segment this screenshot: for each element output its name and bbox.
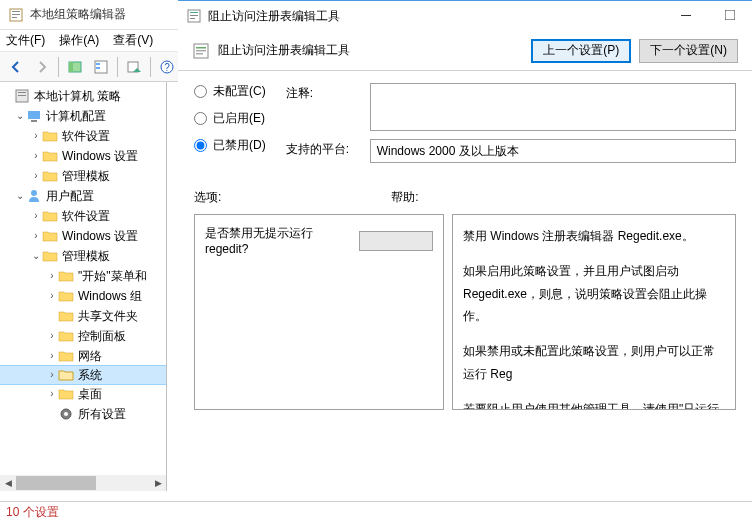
options-label: 选项: (194, 189, 221, 206)
svg-point-19 (64, 412, 68, 416)
dialog-titlebar[interactable]: 阻止访问注册表编辑工具 (178, 1, 752, 31)
tree-h-scrollbar[interactable]: ◀ ▶ (0, 475, 166, 491)
svg-point-17 (31, 190, 37, 196)
policy-root-icon (14, 88, 30, 104)
svg-rect-23 (190, 18, 195, 19)
panel-icon (67, 59, 83, 75)
folder-icon (58, 268, 74, 284)
svg-rect-14 (18, 95, 26, 96)
comment-input[interactable] (370, 83, 736, 131)
scroll-right-icon[interactable]: ▶ (150, 475, 166, 491)
tree-root[interactable]: 本地计算机 策略 (0, 86, 166, 106)
tree-item[interactable]: ›控制面板 (0, 326, 166, 346)
platform-value: Windows 2000 及以上版本 (370, 139, 736, 163)
settings-icon (58, 406, 74, 422)
menu-file[interactable]: 文件(F) (6, 32, 45, 49)
policy-icon (192, 42, 210, 60)
menu-view[interactable]: 查看(V) (113, 32, 153, 49)
svg-rect-3 (12, 17, 17, 18)
svg-rect-2 (12, 14, 20, 15)
svg-rect-24 (681, 15, 691, 16)
svg-rect-21 (190, 12, 198, 13)
svg-rect-25 (725, 10, 735, 20)
svg-rect-13 (18, 92, 26, 93)
back-button[interactable] (4, 55, 28, 79)
radio-enabled[interactable]: 已启用(E) (194, 110, 266, 127)
arrow-right-icon (34, 59, 50, 75)
dialog-header: 阻止访问注册表编辑工具 上一个设置(P) 下一个设置(N) (178, 31, 752, 71)
folder-icon (58, 308, 74, 324)
scroll-left-icon[interactable]: ◀ (0, 475, 16, 491)
tree-item[interactable]: ›软件设置 (0, 206, 166, 226)
folder-icon (58, 348, 74, 364)
user-icon (26, 188, 42, 204)
folder-icon (58, 288, 74, 304)
radio-unset[interactable]: 未配置(C) (194, 83, 266, 100)
scroll-thumb[interactable] (16, 476, 96, 490)
platform-label: 支持的平台: (286, 139, 360, 158)
tree-item[interactable]: ›Windows 设置 (0, 146, 166, 166)
tree-item[interactable]: ›软件设置 (0, 126, 166, 146)
folder-open-icon (58, 367, 74, 383)
option-question: 是否禁用无提示运行 regedit? (205, 225, 349, 256)
tree-item[interactable]: ›Windows 设置 (0, 226, 166, 246)
tree-item[interactable]: ›管理模板 (0, 166, 166, 186)
export-icon (126, 59, 142, 75)
svg-text:?: ? (164, 62, 170, 73)
svg-rect-1 (12, 11, 20, 12)
svg-rect-27 (196, 47, 206, 49)
tree-item-system[interactable]: ›系统 (0, 365, 167, 385)
tree-item[interactable]: 共享文件夹 (0, 306, 166, 326)
policy-icon (186, 8, 202, 24)
svg-rect-7 (96, 63, 100, 65)
tree-item[interactable]: ›Windows 组 (0, 286, 166, 306)
dialog-header-title: 阻止访问注册表编辑工具 (218, 42, 350, 59)
computer-icon (26, 108, 42, 124)
export-button[interactable] (122, 55, 146, 79)
folder-icon (58, 328, 74, 344)
comment-label: 注释: (286, 83, 360, 102)
collapse-icon[interactable]: ⌄ (14, 106, 26, 126)
list-icon (93, 59, 109, 75)
options-panel: 是否禁用无提示运行 regedit? (194, 214, 444, 410)
folder-icon (42, 148, 58, 164)
status-count: 10 个设置 (6, 504, 59, 521)
tree-computer-config[interactable]: ⌄ 计算机配置 (0, 106, 166, 126)
option-dropdown[interactable] (359, 231, 433, 251)
forward-button[interactable] (30, 55, 54, 79)
tree-item[interactable]: ⌄管理模板 (0, 246, 166, 266)
policy-dialog: 阻止访问注册表编辑工具 阻止访问注册表编辑工具 上一个设置(P) 下一个设置(N… (178, 0, 752, 492)
maximize-button[interactable] (708, 1, 752, 29)
help-label: 帮助: (391, 189, 418, 206)
gpedit-icon (8, 7, 24, 23)
folder-icon (42, 168, 58, 184)
tree-item[interactable]: ›桌面 (0, 384, 166, 404)
collapse-icon[interactable]: ⌄ (14, 186, 26, 206)
arrow-left-icon (8, 59, 24, 75)
svg-rect-22 (190, 15, 198, 16)
tree-item[interactable]: 所有设置 (0, 404, 166, 424)
maximize-icon (725, 10, 735, 20)
folder-icon (42, 208, 58, 224)
properties-button[interactable] (89, 55, 113, 79)
tree-item[interactable]: ›"开始"菜单和 (0, 266, 166, 286)
help-button[interactable]: ? (155, 55, 179, 79)
prev-setting-button[interactable]: 上一个设置(P) (531, 39, 631, 63)
svg-rect-15 (28, 111, 40, 119)
svg-rect-28 (196, 50, 206, 52)
radio-disabled[interactable]: 已禁用(D) (194, 137, 266, 154)
menu-operation[interactable]: 操作(A) (59, 32, 99, 49)
minimize-icon (681, 10, 691, 20)
help-icon: ? (159, 59, 175, 75)
show-hide-tree-button[interactable] (63, 55, 87, 79)
next-setting-button[interactable]: 下一个设置(N) (639, 39, 738, 63)
folder-icon (42, 248, 58, 264)
tree-item[interactable]: ›网络 (0, 346, 166, 366)
tree-panel: 本地计算机 策略 ⌄ 计算机配置 ›软件设置 ›Windows 设置 ›管理模板… (0, 82, 167, 491)
folder-icon (42, 128, 58, 144)
svg-rect-29 (196, 53, 203, 55)
minimize-button[interactable] (664, 1, 708, 29)
tree-user-config[interactable]: ⌄ 用户配置 (0, 186, 166, 206)
dialog-title: 阻止访问注册表编辑工具 (208, 8, 340, 25)
folder-icon (58, 386, 74, 402)
